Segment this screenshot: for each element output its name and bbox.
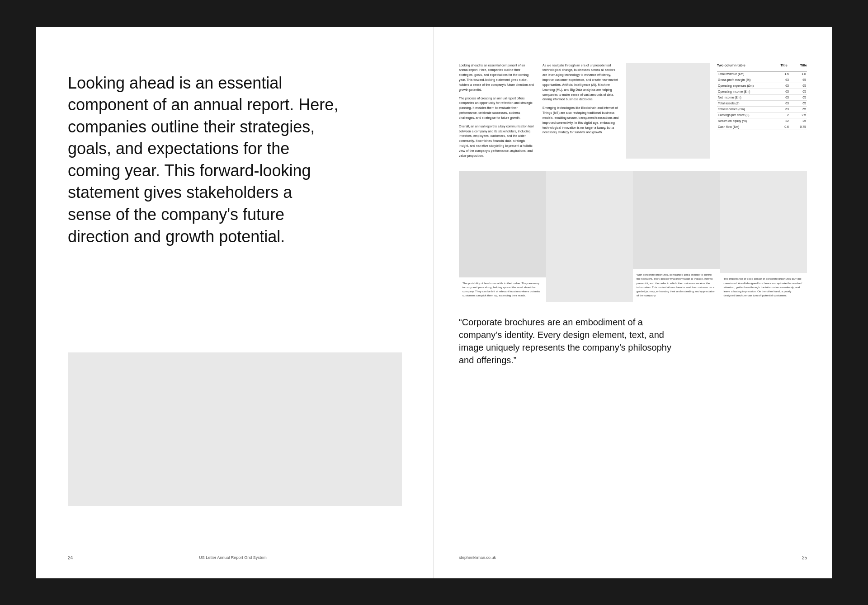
table-header-row: Two column table Title Title: [717, 63, 807, 67]
rt-col1-p2: The process of creating an annual report…: [459, 96, 535, 121]
table-row: Operating expenses (£m) 63 65: [717, 83, 807, 89]
img1-caption: The portability of brochures adds to the…: [462, 281, 542, 298]
rt-col1-p1: Looking ahead is an essential component …: [459, 63, 535, 93]
rt-col1-p3: Overall, an annual report is a key commu…: [459, 124, 535, 159]
right-top-grid: Looking ahead is an essential component …: [459, 63, 807, 159]
table-col2-header: Title: [780, 63, 787, 67]
page-number-left: 24: [68, 555, 73, 560]
bottom-image-row: The portability of brochures adds to the…: [459, 171, 807, 302]
hero-text: Looking ahead is an essential component …: [68, 72, 339, 248]
left-image-placeholder: [68, 352, 402, 506]
table-row: Total assets (£) 63 65: [717, 100, 807, 106]
rt-col2-p2: Emerging technologies like Blockchain an…: [542, 106, 619, 135]
financial-table: Total revenue (£m) 1.5 1.8 Gross profit …: [717, 69, 807, 130]
page-right: Looking ahead is an essential component …: [434, 27, 832, 578]
spread: Looking ahead is an essential component …: [36, 27, 832, 578]
rt-col-4-table: Two column table Title Title Total reven…: [710, 63, 807, 159]
left-bottom-image: [68, 352, 402, 506]
page-left: Looking ahead is an essential component …: [36, 27, 434, 578]
quote-text: “Corporate brochures are an embodiment o…: [459, 316, 685, 366]
table-row: Earnings per share (£) 2 2.5: [717, 112, 807, 118]
bottom-img-3: With corporate brochures, companies get …: [633, 171, 720, 302]
rt-col-2: As we navigate through an era of unprece…: [542, 63, 626, 159]
quote-section: “Corporate brochures are an embodiment o…: [459, 302, 807, 366]
page-footer-right: stephenkliman.co.uk 25: [459, 555, 807, 560]
table-row: Total revenue (£m) 1.5 1.8: [717, 71, 807, 77]
bottom-img-2: [546, 171, 633, 302]
table-title: Two column table: [717, 63, 745, 67]
img1-caption-area: The portability of brochures adds to the…: [459, 277, 546, 302]
table-row: Gross profit margin (%) 63 65: [717, 77, 807, 83]
page-footer-left: 24 US Letter Annual Report Grid System: [68, 555, 402, 560]
img3-caption: With corporate brochures, companies get …: [637, 272, 717, 298]
rt-col-1: Looking ahead is an essential component …: [459, 63, 542, 159]
img4-caption-area: The importance of good design in corpora…: [720, 273, 807, 302]
rt-col-3-image: [626, 63, 710, 159]
table-row: Net income (£m) 63 65: [717, 94, 807, 100]
footer-website: stephenkliman.co.uk: [459, 555, 496, 560]
bottom-img-4: The importance of good design in corpora…: [720, 171, 807, 302]
table-row: Operating income (£m) 63 65: [717, 89, 807, 94]
table-row: Cash flow (£m) 0.6 0.75: [717, 124, 807, 130]
rt-col2-p1: As we navigate through an era of unprece…: [542, 63, 619, 103]
table-row: Return on equity (%) 22 25: [717, 118, 807, 124]
footer-center-text: US Letter Annual Report Grid System: [199, 555, 267, 560]
left-top-area: Looking ahead is an essential component …: [68, 63, 402, 352]
img3-caption-area: With corporate brochures, companies get …: [633, 269, 720, 302]
img4-caption: The importance of good design in corpora…: [724, 277, 804, 297]
table-col3-header: Title: [800, 63, 807, 67]
bottom-img-1: The portability of brochures adds to the…: [459, 171, 546, 302]
page-number-right: 25: [802, 555, 807, 560]
table-row: Total liabilities (£m) 63 65: [717, 106, 807, 112]
